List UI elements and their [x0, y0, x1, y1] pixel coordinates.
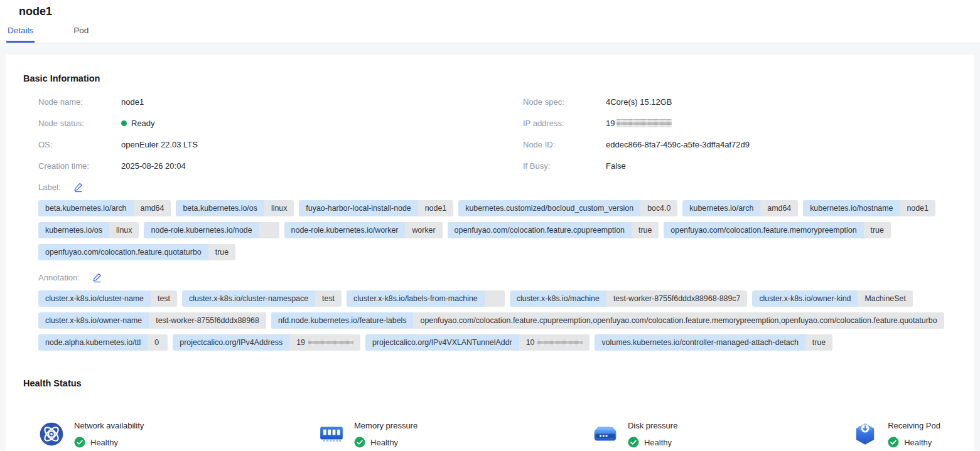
chip-value: test [315, 290, 342, 307]
check-circle-icon [354, 437, 365, 448]
chip-value: true [208, 244, 235, 260]
pod-icon [852, 421, 878, 447]
tab-pod[interactable]: Pod [72, 19, 90, 43]
chip-key: openfuyao.com/colocation.feature.cpupree… [448, 222, 632, 238]
field-label: IP address: [523, 119, 606, 128]
field-value: 19 [606, 119, 672, 128]
label-chip-list: beta.kubernetes.io/arch amd64 beta.kuber… [38, 200, 959, 260]
chip-key: cluster.x-k8s.io/owner-kind [752, 290, 858, 307]
network-icon [38, 421, 65, 447]
field-value: Ready [121, 119, 155, 128]
annotation-chip: volumes.kubernetes.io/controller-managed… [595, 334, 832, 351]
chip-value: true [805, 334, 832, 351]
chip-value: true [632, 222, 659, 238]
status-ready-dot [121, 120, 127, 126]
chip-value: node1 [418, 200, 453, 216]
label-chip: node-role.kubernetes.io/node [144, 222, 279, 238]
annotation-edit-row: Annotation: [38, 269, 959, 285]
field-value: 4Core(s) 15.12GB [606, 97, 672, 107]
label-chip: kubernetes.customized/bocloud_custom_ver… [458, 200, 677, 216]
redacted-value-block [308, 339, 353, 346]
chip-key: projectcalico.org/IPv4Address [173, 334, 289, 351]
health-item-text: Memory pressure Healthy [354, 420, 417, 448]
health-item-text: Receiving Pod Healthy [888, 420, 940, 448]
memory-icon [318, 421, 345, 447]
fields-left-column: Node name: node1 Node status: Ready OS: … [38, 91, 523, 176]
chip-value: amd64 [760, 200, 798, 216]
edit-labels-button[interactable] [72, 181, 84, 193]
health-item-network: Network availability Healthy [38, 420, 144, 448]
chip-key: openfuyao.com/colocation.feature.memoryp… [664, 222, 863, 238]
chip-key: kubernetes.io/os [38, 222, 109, 238]
annotation-title: Annotation: [38, 273, 80, 282]
field-value: 2025-08-26 20:04 [121, 161, 186, 171]
basic-info-fields: Node name: node1 Node status: Ready OS: … [38, 91, 959, 176]
chip-key: beta.kubernetes.io/arch [38, 200, 134, 216]
chip-value: linux [109, 222, 139, 238]
chip-key: cluster.x-k8s.io/cluster-name [38, 290, 151, 307]
field-value: False [606, 161, 626, 171]
health-item-text: Disk pressure Healthy [628, 420, 677, 448]
health-item-title: Network availability [74, 421, 144, 430]
chip-key: beta.kubernetes.io/os [176, 200, 264, 216]
annotation-chip: cluster.x-k8s.io/labels-from-machine [347, 290, 505, 307]
chip-value: boc4.0 [640, 200, 677, 216]
chip-value: 19 [289, 334, 360, 351]
label-chip: beta.kubernetes.io/os linux [176, 200, 294, 216]
tab-bar: Details Pod [0, 19, 980, 43]
chip-key: fuyao-harbor-local-install-node [299, 200, 417, 216]
label-chip: node-role.kubernetes.io/worker worker [284, 222, 443, 238]
pencil-icon [73, 182, 83, 193]
health-status-text: Healthy [644, 438, 672, 447]
label-title: Label: [38, 183, 60, 192]
chip-value: openfuyao.com/colocation.feature.cpupree… [413, 312, 944, 329]
health-item-text: Network availability Healthy [74, 420, 144, 448]
field-os: OS: openEuler 22.03 LTS [38, 134, 523, 155]
chip-value [485, 290, 505, 307]
tab-details[interactable]: Details [6, 19, 35, 43]
health-item-status: Healthy [74, 437, 144, 448]
health-status-text: Healthy [904, 438, 932, 447]
field-label: OS: [38, 140, 121, 149]
chip-value: test [151, 290, 177, 307]
top-header: node1 Details Pod [0, 0, 980, 43]
chip-value: worker [405, 222, 442, 238]
field-value: openEuler 22.03 LTS [121, 140, 198, 149]
annotation-chip: projectcalico.org/IPv4VXLANTunnelAddr 10 [365, 334, 590, 351]
label-edit-row: Label: [38, 179, 959, 195]
chip-key: volumes.kubernetes.io/controller-managed… [595, 334, 805, 351]
chip-key: cluster.x-k8s.io/owner-name [38, 312, 149, 329]
chip-key: nfd.node.kubernetes.io/feature-labels [271, 312, 414, 329]
chip-key: kubernetes.io/hostname [803, 200, 900, 216]
chip-key: projectcalico.org/IPv4VXLANTunnelAddr [365, 334, 519, 351]
chip-key: cluster.x-k8s.io/machine [510, 290, 606, 307]
field-label: Creation time: [38, 161, 121, 171]
field-label: Node ID: [523, 140, 606, 149]
field-node-name: Node name: node1 [38, 91, 523, 112]
page-title: node1 [0, 0, 980, 19]
field-node-spec: Node spec: 4Core(s) 15.12GB [523, 91, 959, 112]
annotation-chip: cluster.x-k8s.io/cluster-namespace test [182, 290, 342, 307]
field-node-id: Node ID: eddec866-8fa7-459c-a5fe-3dffa4a… [523, 134, 959, 155]
edit-annotations-button[interactable] [91, 271, 104, 284]
health-item-status: Healthy [354, 437, 417, 448]
basic-information-heading: Basic Information [21, 57, 959, 83]
label-chip: kubernetes.io/os linux [38, 222, 139, 238]
health-status-text: Healthy [370, 438, 398, 447]
chip-value [259, 222, 279, 238]
annotation-chip: projectcalico.org/IPv4Address 19 [173, 334, 360, 351]
check-circle-icon [74, 437, 85, 448]
field-label: Node status: [38, 119, 121, 128]
label-chip: fuyao-harbor-local-install-node node1 [299, 200, 453, 216]
health-status-text: Healthy [90, 438, 118, 447]
label-chip: beta.kubernetes.io/arch amd64 [38, 200, 171, 216]
chip-value: 0 [148, 334, 168, 351]
annotation-chip: cluster.x-k8s.io/owner-kind MachineSet [752, 290, 912, 307]
chip-value: node1 [900, 200, 935, 216]
label-chip: openfuyao.com/colocation.feature.cpupree… [448, 222, 659, 238]
status-text: Ready [131, 119, 155, 128]
chip-key: node.alpha.kubernetes.io/ttl [38, 334, 148, 351]
field-label: If Busy: [523, 161, 606, 171]
annotation-chip: node.alpha.kubernetes.io/ttl 0 [38, 334, 168, 351]
chip-key: kubernetes.io/arch [682, 200, 760, 216]
